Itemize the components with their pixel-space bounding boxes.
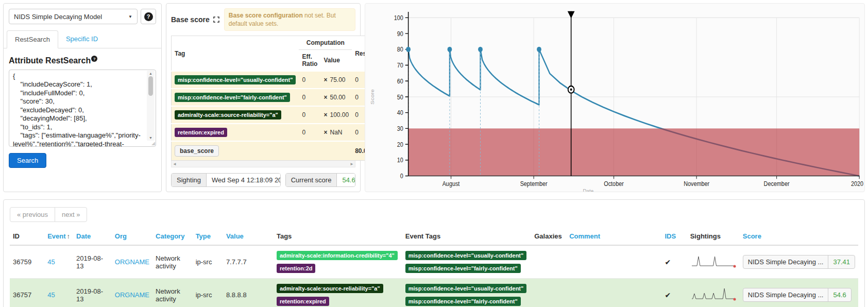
col-category[interactable]: Category (152, 228, 193, 245)
attr-galaxies (531, 279, 566, 307)
current-score-label: Current score (286, 174, 337, 186)
chevron-down-icon: ▼ (128, 14, 132, 19)
model-select[interactable]: NIDS Simple Decaying Model ▼ (9, 9, 138, 24)
attr-comment (566, 245, 661, 279)
tag-chip[interactable]: retention:expired (175, 128, 227, 137)
svg-text:60: 60 (397, 77, 403, 84)
tag-chip[interactable]: misp:confidence-level="usually-confident… (175, 75, 296, 84)
tag-chip[interactable]: misp:confidence-level="fairly-confident" (175, 93, 290, 102)
attr-date: 2019-08-13 (73, 245, 112, 279)
score-model-name: NIDS Simple Decaying ... (743, 255, 829, 268)
col-computation: Computation (299, 36, 352, 50)
col-ids[interactable]: IDS (661, 228, 687, 245)
sort-asc-icon: ↑ (67, 232, 71, 240)
tag-chip[interactable]: retention:2d (277, 264, 316, 273)
attr-id: 36759 (10, 245, 44, 279)
scroll-right-icon[interactable]: ► (350, 162, 354, 166)
svg-text:30: 30 (397, 125, 403, 132)
model-panel: NIDS Simple Decaying Model ▼ ? RestSearc… (3, 3, 162, 192)
org-link[interactable]: ORGNAME (115, 258, 149, 266)
scrollbar-down-icon[interactable]: ▼ (149, 136, 152, 140)
col-org[interactable]: Org (112, 228, 152, 245)
event-tag-chip[interactable]: misp:confidence-level="usually-confident… (405, 284, 526, 293)
ids-checkmark-icon: ✔ (665, 291, 671, 299)
col-id: ID (10, 228, 44, 245)
score-widget[interactable]: NIDS Simple Decaying ... 37.41 (743, 255, 855, 269)
svg-text:September: September (520, 180, 548, 187)
col-date[interactable]: Date (73, 228, 112, 245)
eff-ratio-value: 0 (299, 106, 320, 124)
sightings-sparkline (690, 286, 737, 302)
pagination-top: « previous next » (10, 207, 87, 222)
restsearch-json-textarea[interactable]: { "includeDecayScore": 1, "includeFullMo… (9, 70, 156, 147)
previous-page-button[interactable]: « previous (10, 207, 55, 222)
col-event-tags: Event Tags (402, 228, 531, 245)
eff-ratio-value: 0 (299, 71, 320, 89)
sighting-date: Wed Sep 4 12:18:09 2019 (207, 174, 281, 186)
sighting-label: Sighting (172, 174, 207, 186)
ids-checkmark-icon: ✔ (665, 258, 671, 266)
textarea-scrollbar[interactable]: ▲ ▼ (147, 71, 155, 141)
attr-id: 36757 (10, 279, 44, 307)
org-link[interactable]: ORGNAME (115, 291, 149, 299)
tag-chip[interactable]: admiralty-scale:source-reliability="a" (277, 284, 383, 293)
col-event[interactable]: Event↑ (44, 228, 73, 245)
scrollbar-up-icon[interactable]: ▲ (149, 72, 152, 75)
score-widget[interactable]: NIDS Simple Decaying ... 54.6 (743, 288, 852, 302)
next-page-button[interactable]: next » (55, 207, 87, 222)
svg-text:Score: Score (369, 89, 375, 105)
col-score[interactable]: Score (740, 228, 858, 245)
search-button[interactable]: Search (9, 153, 46, 168)
svg-text:December: December (764, 180, 790, 187)
resize-handle-icon[interactable]: ◢ (151, 141, 155, 146)
scrollbar-thumb[interactable] (148, 76, 153, 96)
tag-chip[interactable]: admiralty-scale:source-reliability="a" (175, 110, 281, 120)
svg-text:80: 80 (397, 46, 403, 53)
event-tag-chip[interactable]: misp:confidence-level="usually-confident… (405, 251, 526, 260)
attr-value: 8.8.8.8 (223, 279, 274, 307)
event-link[interactable]: 45 (47, 258, 55, 266)
sightings-sparkline (690, 253, 737, 269)
attr-value: 7.7.7.7 (223, 245, 274, 279)
model-select-value: NIDS Simple Decaying Model (14, 13, 102, 21)
svg-text:20: 20 (397, 141, 403, 148)
base-score-row: retention:expired 0 ×NaN 0 (172, 124, 378, 141)
svg-text:40: 40 (397, 109, 403, 116)
tab-bar: RestSearch Specific ID (4, 30, 161, 48)
base-score-row: misp:confidence-level="fairly-confident"… (172, 89, 378, 106)
expand-icon[interactable] (213, 16, 219, 23)
svg-text:November: November (684, 180, 709, 187)
svg-text:100: 100 (394, 14, 403, 21)
event-tag-chip[interactable]: misp:confidence-level="fairly-confident" (405, 297, 521, 306)
svg-text:Date: Date (583, 187, 593, 192)
tag-chip[interactable]: admiralty-scale:information-credibility=… (277, 251, 398, 260)
table-horizontal-scrollbar[interactable]: ◄ ► (171, 161, 355, 167)
multiply-icon: × (324, 94, 327, 101)
tag-chip[interactable]: retention:expired (277, 297, 329, 306)
svg-text:0: 0 (400, 172, 403, 179)
tag-numerical-value: 100.00 (330, 111, 349, 118)
svg-text:50: 50 (397, 93, 403, 100)
col-type[interactable]: Type (193, 228, 223, 245)
eff-ratio-value: 0 (299, 124, 320, 141)
base-score-alert: Base score configuration not set. But de… (224, 8, 355, 31)
col-value[interactable]: Value (223, 228, 274, 245)
attr-category: Network activity (152, 245, 193, 279)
base-score-total-row: base_score 80.00 (172, 141, 378, 161)
help-button[interactable]: ? (141, 9, 156, 24)
attr-category: Network activity (152, 279, 193, 307)
event-tag-chip[interactable]: misp:confidence-level="fairly-confident" (405, 264, 521, 273)
tab-restsearch[interactable]: RestSearch (7, 30, 58, 48)
table-row: 36757 45 2019-08-13 ORGNAME Network acti… (10, 279, 858, 307)
tab-specific-id[interactable]: Specific ID (58, 30, 106, 48)
decay-chart[interactable]: 0102030405060708090100AugustSeptemberOct… (365, 4, 864, 192)
scroll-left-icon[interactable]: ◄ (173, 162, 177, 166)
score-value: 54.6 (828, 288, 850, 301)
col-comment[interactable]: Comment (566, 228, 661, 245)
score-model-name: NIDS Simple Decaying ... (743, 288, 829, 301)
tag-numerical-value: 50.00 (330, 94, 345, 101)
base-score-chip[interactable]: base_score (175, 145, 219, 157)
attribute-results-panel: « previous next » ID Event↑ Date Org Cat… (3, 199, 865, 307)
event-link[interactable]: 45 (47, 291, 55, 299)
decay-chart-panel: 0102030405060708090100AugustSeptemberOct… (365, 3, 865, 192)
